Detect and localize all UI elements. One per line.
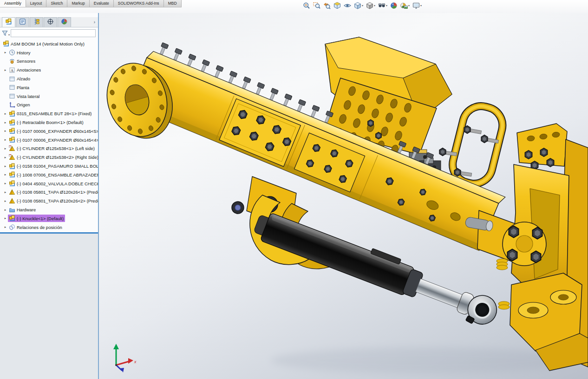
panel-overflow-chevron[interactable]: ›	[94, 20, 95, 25]
tree-item-history[interactable]: ▸History	[0, 48, 98, 57]
expand-arrow-icon[interactable]: ▸	[3, 225, 8, 229]
expand-arrow-icon[interactable]: ▸	[3, 129, 8, 133]
assembly-icon	[8, 163, 15, 170]
tree-item-0107-00006-expander-60x145-5-pre[interactable]: ▸(-) 0107 00006_EXPANDER Ø60x145<5> (Pre	[0, 127, 98, 136]
command-tab-evaluate[interactable]: Evaluate	[90, 0, 114, 7]
panel-tab-configurationmanager[interactable]	[30, 17, 43, 27]
tree-item-sensores[interactable]: Sensores	[0, 57, 98, 66]
expand-arrow-icon[interactable]: ▸	[3, 216, 8, 220]
assembly-icon	[8, 137, 15, 143]
zoom-to-fit-icon	[303, 2, 310, 9]
tree-item-cylinder-125x538-2-right-side[interactable]: ▸(-) CYLINDER Ø125x538<2> (Right Side)	[0, 153, 98, 162]
tree-item-relaciones-de-posici-n[interactable]: ▸Relaciones de posición	[0, 223, 98, 232]
expand-arrow-icon[interactable]: ▸	[3, 147, 8, 150]
tree-item-label: Hardware	[17, 207, 36, 212]
command-tab-assembly[interactable]: Assembly	[0, 0, 26, 7]
filter-caret-icon[interactable]: ▾	[8, 33, 10, 36]
tree-item-planta[interactable]: Planta	[0, 83, 98, 92]
view-settings-button[interactable]: ▾	[412, 2, 422, 9]
edit-appearance-button[interactable]	[390, 2, 398, 9]
expand-arrow-icon[interactable]: ▸	[3, 208, 8, 212]
apply-scene-button[interactable]: ▾	[400, 2, 410, 9]
tree-item-hardware[interactable]: ▸Hardware	[0, 205, 98, 214]
expand-arrow-icon[interactable]: ▸	[3, 121, 8, 124]
tree-item-retractable-boom-1-default[interactable]: ▸(-) Retractable Boom<1> (Default)	[0, 118, 98, 127]
zoom-to-fit-button[interactable]	[303, 2, 310, 9]
tree-item-label: (-) 0107 00006_EXPANDER Ø60x145<5> (Pre	[17, 129, 98, 134]
expand-arrow-icon[interactable]: ▸	[3, 164, 8, 168]
expand-arrow-icon[interactable]: ▸	[3, 199, 8, 203]
command-tab-sketch[interactable]: Sketch	[46, 0, 67, 7]
tree-item-alzado[interactable]: Alzado	[0, 74, 98, 83]
tree-item-0108-05801-tapa-120x26-1-predeterr[interactable]: ▸(-) 0108 05801_TAPA Ø120x26<1> (Predete…	[0, 188, 98, 197]
tree-item-label: Relaciones de posición	[17, 225, 62, 230]
panel-tab-propertymanager[interactable]	[16, 17, 29, 27]
tree-item-label: History	[17, 50, 31, 55]
panel-tab-featuremanager-design-tree[interactable]	[2, 17, 15, 27]
zoom-to-area-icon	[313, 2, 320, 9]
tree-item-origen[interactable]: Origen	[0, 101, 98, 110]
tree-item-label: Origen	[17, 102, 30, 107]
tree-item-label: Vista lateral	[17, 94, 39, 99]
tree-item-1008-07006-ensamble-abrazadera-de[interactable]: ▸(-) 1008 07006_ENSAMBLE ABRAZADERA DE	[0, 170, 98, 179]
tree-item-0315-ensamble-but-28-1-fixed[interactable]: ▸0315_ENSAMBLE BUT 28<1> (Fixed)	[0, 109, 98, 118]
view-orientation-icon	[354, 2, 361, 9]
section-view-button[interactable]	[333, 2, 341, 9]
assembly-icon	[8, 180, 15, 187]
dynamic-annotation-views-button[interactable]	[344, 2, 351, 9]
part-icon	[8, 189, 15, 196]
tree-item-asm-boom-14-vertical-motion-only[interactable]: ASM BOOM 14 (Vertical Motion Only)	[0, 39, 98, 48]
dropdown-caret-icon[interactable]: ▾	[420, 2, 422, 9]
dropdown-caret-icon[interactable]: ▾	[386, 2, 387, 9]
tree-item-0404-45002-valvula-doble-check-co[interactable]: ▸(-) 0404 45002_VALVULA DOBLE CHECK-CO	[0, 179, 98, 188]
command-tab-mbd[interactable]: MBD	[164, 0, 182, 7]
assembly-icon	[8, 171, 15, 178]
sensors-icon	[8, 58, 15, 65]
expand-arrow-icon[interactable]: ▸	[3, 68, 8, 72]
tree-item-cylinder-125x538-1-left-side[interactable]: ▸(-) CYLINDER Ø125x538<1> (Left side)	[0, 144, 98, 153]
expand-arrow-icon[interactable]: ▸	[3, 156, 8, 159]
filter-funnel-icon[interactable]: ▾	[2, 30, 10, 36]
orientation-triad: x	[113, 344, 137, 372]
assembly-icon	[2, 40, 9, 47]
display-style-button[interactable]: ▾	[366, 2, 375, 9]
tree-item-anotaciones[interactable]: ▸AAnotaciones	[0, 65, 98, 74]
expand-arrow-icon[interactable]: ▸	[3, 138, 8, 142]
tree-item-0158-01004-pasamuro-small-bolter-b[interactable]: ▸(-) 0158 01004_PASAMURO SMALL BOLTER B	[0, 162, 98, 170]
assembly-icon	[8, 111, 15, 117]
panel-tab-displaymanager[interactable]	[58, 17, 71, 27]
knuckle-bracket[interactable]	[465, 124, 588, 371]
command-tab-solidworks-add-ins[interactable]: SOLIDWORKS Add-Ins	[114, 0, 164, 7]
tree-item-0108-05801-tapa-120x26-2-predeterr[interactable]: ▸(-) 0108 05801_TAPA Ø120x26<2> (Predete…	[0, 196, 98, 205]
tree-filter-input[interactable]	[11, 29, 96, 37]
zoom-to-area-button[interactable]	[313, 2, 320, 9]
graphics-viewport[interactable]: x	[99, 13, 588, 379]
3d-model-canvas[interactable]: x	[99, 13, 588, 379]
command-tab-markup[interactable]: Markup	[67, 0, 89, 7]
tree-item-knuckle-1-default[interactable]: ▸(-) Knuckle<1> (Default)	[0, 214, 98, 223]
view-orientation-button[interactable]: ▾	[354, 2, 363, 9]
dropdown-caret-icon[interactable]: ▾	[374, 2, 375, 9]
expand-arrow-icon[interactable]: ▸	[3, 51, 8, 54]
tree-item-0107-00006-expander-60x145-4-pre[interactable]: ▸(-) 0107 00006_EXPANDER Ø60x145<4> (Pre	[0, 136, 98, 144]
top-bar: AssemblyLayoutSketchMarkupEvaluateSOLIDW…	[0, 0, 588, 13]
previous-view-button[interactable]	[323, 2, 331, 9]
dropdown-caret-icon[interactable]: ▾	[408, 2, 410, 9]
assembly-icon	[8, 215, 15, 222]
tree-item-label: Sensores	[17, 59, 35, 64]
expand-arrow-icon[interactable]: ▸	[3, 182, 8, 185]
expand-arrow-icon[interactable]: ▸	[3, 190, 8, 194]
expand-arrow-icon[interactable]: ▸	[3, 173, 8, 176]
tree-item-label: (-) CYLINDER Ø125x538<2> (Right Side)	[17, 155, 98, 160]
tree-item-vista-lateral[interactable]: Vista lateral	[0, 92, 98, 101]
tree-item-label: (-) 0108 05801_TAPA Ø120x26<1> (Predeter…	[17, 190, 98, 195]
expand-arrow-icon[interactable]: ▸	[3, 112, 8, 116]
dropdown-caret-icon[interactable]: ▾	[362, 2, 363, 9]
hide-show-items-button[interactable]: ▾	[378, 2, 387, 9]
command-tab-layout[interactable]: Layout	[26, 0, 47, 7]
dynamic-annotation-views-icon	[344, 2, 351, 9]
boom-beam[interactable]	[127, 39, 510, 252]
hide-show-items-icon	[378, 2, 385, 9]
panel-tab-dimxpertmanager[interactable]	[44, 17, 57, 27]
tree-item-label: Anotaciones	[17, 67, 41, 72]
